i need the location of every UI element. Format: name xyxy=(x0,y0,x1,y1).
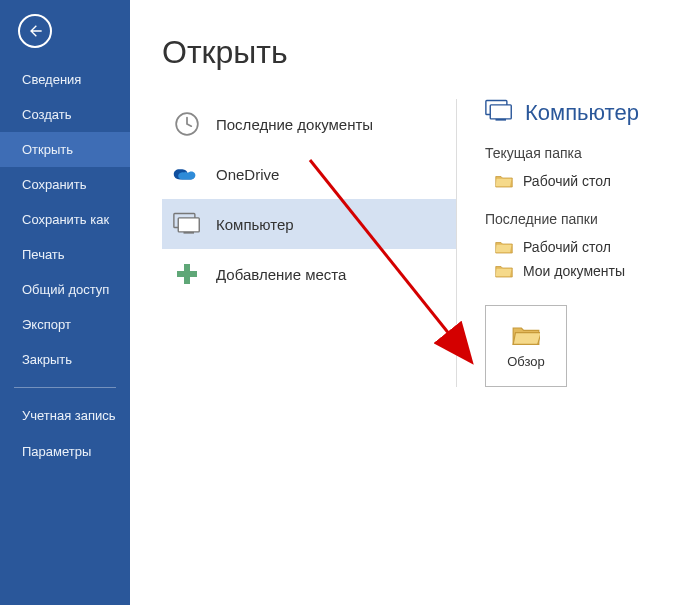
nav-save[interactable]: Сохранить xyxy=(0,167,130,202)
right-panel: Компьютер Текущая папка Рабочий стол Пос… xyxy=(485,99,695,387)
page-title: Открыть xyxy=(162,34,695,71)
recent-folders-section: Последние папки xyxy=(485,211,675,227)
arrow-left-icon xyxy=(27,23,43,39)
location-label: OneDrive xyxy=(216,166,279,183)
folder-current[interactable]: Рабочий стол xyxy=(485,169,675,193)
browse-button[interactable]: Обзор xyxy=(485,305,567,387)
folder-label: Рабочий стол xyxy=(523,239,611,255)
computer-icon xyxy=(172,209,202,239)
svg-rect-5 xyxy=(177,271,197,277)
onedrive-icon xyxy=(172,159,202,189)
svg-rect-7 xyxy=(490,105,511,119)
folder-icon xyxy=(495,174,513,188)
location-computer[interactable]: Компьютер xyxy=(162,199,456,249)
nav-export[interactable]: Экспорт xyxy=(0,307,130,342)
nav-open[interactable]: Открыть xyxy=(0,132,130,167)
folder-recent[interactable]: Рабочий стол xyxy=(485,235,675,259)
computer-icon xyxy=(485,99,513,127)
current-folder-section: Текущая папка xyxy=(485,145,675,161)
nav-share[interactable]: Общий доступ xyxy=(0,272,130,307)
svg-rect-2 xyxy=(178,218,199,232)
clock-icon xyxy=(172,109,202,139)
folder-icon xyxy=(495,264,513,278)
svg-rect-8 xyxy=(496,119,507,121)
nav-account[interactable]: Учетная запись xyxy=(0,398,130,434)
locations-list: Последние документы OneDrive Компьютер Д… xyxy=(162,99,456,387)
main-panel: Открыть Последние документы OneDrive Ком… xyxy=(130,0,695,605)
svg-rect-3 xyxy=(184,232,195,234)
folder-icon xyxy=(495,240,513,254)
folder-label: Мои документы xyxy=(523,263,625,279)
location-label: Компьютер xyxy=(216,216,294,233)
folder-open-icon xyxy=(512,324,540,346)
nav-close[interactable]: Закрыть xyxy=(0,342,130,377)
location-recent[interactable]: Последние документы xyxy=(162,99,456,149)
location-label: Добавление места xyxy=(216,266,346,283)
nav-new[interactable]: Создать xyxy=(0,97,130,132)
location-add-place[interactable]: Добавление места xyxy=(162,249,456,299)
folder-recent[interactable]: Мои документы xyxy=(485,259,675,283)
nav-print[interactable]: Печать xyxy=(0,237,130,272)
plus-icon xyxy=(172,259,202,289)
back-button[interactable] xyxy=(18,14,52,48)
location-onedrive[interactable]: OneDrive xyxy=(162,149,456,199)
nav-save-as[interactable]: Сохранить как xyxy=(0,202,130,237)
folder-label: Рабочий стол xyxy=(523,173,611,189)
column-separator xyxy=(456,99,457,387)
browse-label: Обзор xyxy=(507,354,545,369)
right-header-title: Компьютер xyxy=(525,100,639,126)
nav-info[interactable]: Сведения xyxy=(0,62,130,97)
backstage-sidebar: Сведения Создать Открыть Сохранить Сохра… xyxy=(0,0,130,605)
nav-separator xyxy=(14,387,116,388)
right-header: Компьютер xyxy=(485,99,675,127)
nav-options[interactable]: Параметры xyxy=(0,434,130,469)
location-label: Последние документы xyxy=(216,116,373,133)
